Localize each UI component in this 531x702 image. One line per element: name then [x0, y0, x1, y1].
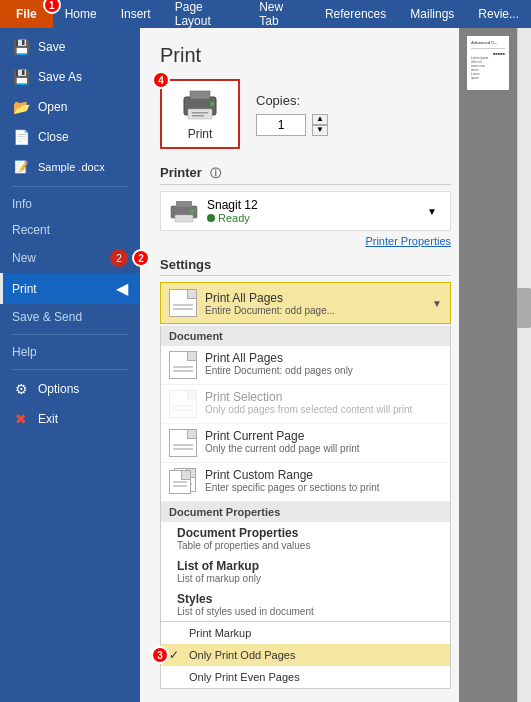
doc-props-item-0[interactable]: Document Properties Table of properties …	[161, 522, 450, 555]
scrollbar[interactable]	[517, 28, 531, 702]
sidebar-item-print[interactable]: Print ◀	[0, 273, 140, 304]
print-custom-text: Print Custom Range Enter specific pages …	[205, 468, 442, 493]
print-all-main: Print All Pages	[205, 351, 442, 365]
status-indicator	[207, 214, 215, 222]
dropdown-print-selection[interactable]: Print Selection Only odd pages from sele…	[161, 385, 450, 424]
sidebar-item-new[interactable]: New 2 2	[0, 243, 140, 273]
settings-section-header: Settings	[160, 257, 451, 276]
copies-increment[interactable]: ▲	[312, 114, 328, 125]
scroll-thumb[interactable]	[517, 288, 531, 328]
sidebar-divider-3	[12, 369, 128, 370]
sidebar-item-open-label: Open	[38, 100, 67, 114]
bottom-item-print-markup[interactable]: Print Markup	[161, 622, 450, 644]
tab-insert[interactable]: Insert	[109, 0, 163, 28]
preview-page: Advanced C... ■■■■■ Lorem ipsumdolor sit…	[467, 36, 509, 90]
sidebar-item-help[interactable]: Help	[0, 339, 140, 365]
print-custom-main: Print Custom Range	[205, 468, 442, 482]
printer-name: Snagit 12	[207, 198, 414, 212]
svg-point-9	[190, 209, 194, 213]
dropdown-print-all[interactable]: Print All Pages Entire Document: odd pag…	[161, 346, 450, 385]
sidebar-divider-1	[12, 186, 128, 187]
close-doc-icon: 📄	[12, 128, 30, 146]
doc-props-main-2: Styles	[177, 592, 442, 606]
annotation-2: 2	[132, 249, 150, 267]
printer-properties-link[interactable]: Printer Properties	[160, 235, 451, 247]
doc-props-item-2[interactable]: Styles List of styles used in document	[161, 588, 450, 621]
print-markup-checkmark	[169, 626, 183, 640]
sidebar-item-sample-docx[interactable]: 📝 Sample .docx	[0, 152, 140, 182]
save-as-icon: 💾	[12, 68, 30, 86]
copies-input[interactable]	[256, 114, 306, 136]
settings-dropdown-arrow: ▼	[432, 298, 442, 309]
sidebar-divider-2	[12, 334, 128, 335]
print-selection-icon	[169, 390, 197, 418]
tab-home-label: Home	[65, 7, 97, 21]
svg-rect-7	[176, 201, 192, 207]
sidebar-item-save-as-label: Save As	[38, 70, 82, 84]
print-selection-text: Print Selection Only odd pages from sele…	[205, 390, 442, 415]
print-custom-icon	[169, 468, 197, 496]
print-markup-label: Print Markup	[189, 627, 251, 639]
sidebar-item-recent[interactable]: Recent	[0, 217, 140, 243]
ribbon-tabs: File 1 Home Insert Page Layout New Tab R…	[0, 0, 531, 28]
printer-row[interactable]: Snagit 12 Ready ▼	[160, 191, 451, 231]
annotation-3: 3	[151, 646, 169, 664]
print-selection-sub: Only odd pages from selected content wil…	[205, 404, 442, 415]
tab-review[interactable]: Revie...	[466, 0, 531, 28]
preview-panel: Advanced C... ■■■■■ Lorem ipsumdolor sit…	[459, 28, 517, 702]
even-pages-label: Only Print Even Pages	[189, 671, 300, 683]
info-icon: ⓘ	[210, 167, 221, 179]
sidebar-item-options[interactable]: ⚙ Options	[0, 374, 140, 404]
print-button-wrapper: Print 4	[160, 79, 240, 149]
sidebar-item-save-as[interactable]: 💾 Save As	[0, 62, 140, 92]
sidebar-item-info[interactable]: Info	[0, 191, 140, 217]
tab-mailings[interactable]: Mailings	[398, 0, 466, 28]
tab-references[interactable]: References	[313, 0, 398, 28]
sidebar-item-exit-label: Exit	[38, 412, 58, 426]
svg-rect-2	[188, 109, 212, 119]
print-selection-main: Print Selection	[205, 390, 442, 404]
document-section-header: Document	[161, 326, 450, 346]
sidebar-item-close[interactable]: 📄 Close	[0, 122, 140, 152]
settings-dropdown-text: Print All Pages Entire Document: odd pag…	[205, 291, 424, 316]
svg-rect-1	[190, 91, 210, 99]
settings-dropdown[interactable]: Print All Pages Entire Document: odd pag…	[160, 282, 451, 324]
print-button[interactable]: Print	[160, 79, 240, 149]
print-all-text: Print All Pages Entire Document: odd pag…	[205, 351, 442, 376]
copies-decrement[interactable]: ▼	[312, 125, 328, 136]
even-pages-checkmark	[169, 670, 183, 684]
tab-new-tab[interactable]: New Tab	[247, 0, 313, 28]
word-doc-icon: 📝	[12, 158, 30, 176]
tab-home[interactable]: Home	[53, 0, 109, 28]
dropdown-print-custom[interactable]: Print Custom Range Enter specific pages …	[161, 463, 450, 502]
svg-rect-8	[175, 215, 193, 222]
sidebar-item-sample-label: Sample .docx	[38, 161, 105, 173]
annotation-4: 4	[152, 71, 170, 89]
print-all-sub: Entire Document: odd pages only	[205, 365, 442, 376]
dropdown-print-current[interactable]: Print Current Page Only the current odd …	[161, 424, 450, 463]
printer-dropdown-button[interactable]: ▼	[422, 201, 442, 221]
save-icon: 💾	[12, 38, 30, 56]
sidebar-item-exit[interactable]: ✖ Exit	[0, 404, 140, 434]
odd-pages-label: Only Print Odd Pages	[189, 649, 295, 661]
sidebar-item-save-send[interactable]: Save & Send	[0, 304, 140, 330]
tab-new-tab-label: New Tab	[259, 0, 301, 28]
exit-icon: ✖	[12, 410, 30, 428]
dropdown-menu: Document Print All Pages Entire Document…	[160, 326, 451, 689]
doc-props-section-header: Document Properties	[161, 502, 450, 522]
printer-device-svg	[169, 198, 199, 224]
tab-page-layout[interactable]: Page Layout	[163, 0, 248, 28]
print-current-text: Print Current Page Only the current odd …	[205, 429, 442, 454]
doc-props-sub-2: List of styles used in document	[177, 606, 442, 617]
settings-sub: Entire Document: odd page...	[205, 305, 424, 316]
sidebar-item-save[interactable]: 💾 Save	[0, 32, 140, 62]
print-current-main: Print Current Page	[205, 429, 442, 443]
sidebar-item-open[interactable]: 📂 Open	[0, 92, 140, 122]
doc-props-item-1[interactable]: List of Markup List of markup only	[161, 555, 450, 588]
bottom-item-even-pages[interactable]: Only Print Even Pages	[161, 666, 450, 688]
printer-info: Snagit 12 Ready	[207, 198, 414, 224]
printer-section-header: Printer ⓘ	[160, 165, 451, 185]
bottom-item-odd-pages[interactable]: ✓ Only Print Odd Pages 3	[161, 644, 450, 666]
content-area: Print	[140, 28, 531, 702]
tab-file[interactable]: File 1	[0, 0, 53, 28]
